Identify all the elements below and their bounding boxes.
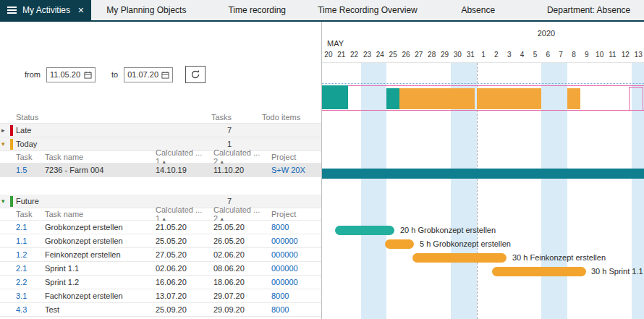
day-tick: 11 — [606, 51, 619, 59]
group-label: Late — [16, 126, 31, 135]
histogram-segment — [567, 88, 580, 109]
calc-date-1: 14.10.19 — [156, 166, 213, 174]
gantt-chart-area: 20 h Grobkonzept erstellen 5 h Grobkonze… — [322, 62, 644, 319]
day-tick: 7 — [554, 51, 567, 59]
task-number-link[interactable]: 1.5 — [0, 166, 45, 174]
project-link[interactable]: 8000 — [271, 305, 321, 314]
day-tick: 3 — [503, 51, 516, 59]
calendar-icon[interactable] — [161, 71, 169, 79]
task-name-col-header: Task name — [45, 153, 156, 161]
day-tick: 5 — [529, 51, 542, 59]
calc-date-2: 29.09.20 — [213, 305, 271, 314]
status-header-row: Status Tasks Todo items — [0, 111, 321, 124]
calc-date-1: 13.07.20 — [156, 292, 213, 300]
task-number-link[interactable]: 2.1 — [0, 264, 45, 273]
refresh-button[interactable] — [185, 66, 206, 83]
calc-date-2: 25.05.20 — [213, 223, 271, 231]
project-link[interactable]: 8000 — [271, 292, 321, 300]
close-icon[interactable]: × — [78, 5, 84, 15]
gantt-day-scale: 20 21 22 23 24 25 26 27 28 29 30 31 1 2 … — [322, 51, 644, 59]
table-row[interactable]: 4.3 Test 25.09.20 29.09.20 8000 — [0, 303, 321, 317]
calendar-icon[interactable] — [84, 71, 92, 79]
day-tick: 21 — [335, 51, 348, 59]
calc-date-1: 25.05.20 — [156, 237, 213, 245]
gantt-summary-bar[interactable] — [322, 169, 644, 179]
group-label: Future — [16, 197, 39, 205]
table-row[interactable]: 2.2 Sprint 1.2 16.06.20 18.06.20 000000 — [0, 276, 321, 289]
future-status-bar — [10, 196, 13, 207]
tab-my-activities[interactable]: My Activities × — [0, 0, 91, 20]
group-task-count: 7 — [227, 197, 232, 205]
day-tick: 29 — [438, 51, 452, 59]
table-row[interactable]: 2.1 Grobkonzept erstellen 21.05.20 25.05… — [0, 221, 321, 234]
table-row[interactable]: 2.1 Sprint 1.1 02.06.20 08.06.20 000000 — [0, 262, 321, 276]
table-row[interactable]: 1.2 Feinkonzept erstellen 27.05.20 02.06… — [0, 248, 321, 262]
day-tick: 30 — [451, 51, 464, 59]
task-name: 7236 - Farm 004 — [45, 166, 156, 174]
day-tick: 6 — [541, 51, 554, 59]
to-date-input[interactable]: 01.07.20 — [124, 67, 173, 82]
task-number-link[interactable]: 4.3 — [0, 305, 45, 314]
project-link[interactable]: 000000 — [271, 264, 321, 273]
task-list-panel: from 11.05.20 to 01.07.20 Status Tasks — [0, 22, 321, 319]
gantt-bar-label: 20 h Grobkonzept erstellen — [400, 226, 496, 235]
project-link[interactable]: S+W 20X — [271, 166, 321, 174]
gantt-bar-label: 30 h Sprint 1.1 — [591, 267, 643, 276]
collapse-icon[interactable]: ▾ — [0, 197, 10, 205]
gantt-bar-label: 5 h Grobkonzept erstellen — [420, 239, 511, 249]
from-date-input[interactable]: 11.05.20 — [46, 67, 96, 82]
tab-my-planning-objects[interactable]: My Planning Objects — [91, 0, 202, 20]
task-name: Sprint 1.1 — [45, 264, 156, 273]
calc-date-2: 26.05.20 — [213, 237, 271, 245]
table-row[interactable]: 1.1 Grobkonzept erstellen 25.05.20 26.05… — [0, 234, 321, 248]
project-col-header: Project — [271, 210, 321, 218]
project-link[interactable]: 8000 — [271, 223, 321, 231]
gantt-bar-grobkonzept-1[interactable] — [335, 226, 394, 235]
group-row-late[interactable]: ▸ Late 7 — [0, 124, 321, 137]
project-link[interactable]: 000000 — [271, 237, 321, 245]
histogram-segment — [386, 88, 399, 109]
day-tick: 22 — [348, 51, 361, 59]
from-date-value: 11.05.20 — [50, 70, 82, 79]
gantt-bar-grobkonzept-2[interactable] — [385, 239, 414, 249]
tab-absence[interactable]: Absence — [423, 0, 533, 20]
task-name: Feinkonzept erstellen — [45, 250, 156, 259]
column-header-row: Task Task name Calculated ... 1▲ Calcula… — [0, 208, 321, 221]
tab-department-absence[interactable]: Department: Absence — [533, 0, 644, 20]
expand-icon[interactable]: ▸ — [0, 127, 10, 134]
group-spacer — [0, 177, 321, 195]
project-link[interactable]: 000000 — [271, 250, 321, 259]
gantt-year-label: 2020 — [525, 29, 568, 38]
to-label: to — [111, 70, 118, 79]
day-tick: 10 — [593, 51, 606, 59]
capacity-histogram — [322, 85, 644, 111]
day-tick: 4 — [516, 51, 529, 59]
calc-date-2: 11.10.20 — [213, 166, 271, 174]
capacity-outline-box — [629, 87, 643, 111]
tab-time-recording-overview[interactable]: Time Recording Overview — [313, 0, 423, 20]
collapse-icon[interactable]: ▾ — [0, 140, 10, 148]
gantt-bar-sprint-1-1[interactable] — [492, 267, 586, 276]
task-number-link[interactable]: 3.1 — [0, 292, 45, 300]
main-content: from 11.05.20 to 01.07.20 Status Tasks — [0, 22, 644, 319]
task-number-link[interactable]: 2.2 — [0, 278, 45, 286]
task-number-link[interactable]: 1.1 — [0, 237, 45, 245]
group-task-count: 7 — [227, 126, 232, 135]
task-number-link[interactable]: 1.2 — [0, 250, 45, 259]
project-link[interactable]: 000000 — [271, 278, 321, 286]
day-tick: 2 — [490, 51, 503, 59]
tab-time-recording[interactable]: Time recording — [202, 0, 313, 20]
menu-icon[interactable] — [7, 5, 17, 15]
table-row[interactable]: 1.5 7236 - Farm 004 14.10.19 11.10.20 S+… — [0, 163, 321, 177]
task-number-link[interactable]: 2.1 — [0, 223, 45, 231]
task-name: Sprint 1.2 — [45, 278, 156, 286]
calc-date-1: 02.06.20 — [156, 264, 213, 273]
table-row[interactable]: 3.1 Fachkonzept erstellen 13.07.20 29.07… — [0, 289, 321, 303]
day-tick: 12 — [619, 51, 632, 59]
calc-date-2: 29.07.20 — [213, 292, 271, 300]
gantt-bar-feinkonzept[interactable] — [412, 253, 507, 263]
project-col-header: Project — [271, 153, 321, 161]
gantt-bar-label: 30 h Feinkonzept erstellen — [512, 253, 606, 263]
day-tick: 27 — [412, 51, 425, 59]
task-table: Status Tasks Todo items ▸ Late 7 ▾ Today… — [0, 111, 321, 317]
